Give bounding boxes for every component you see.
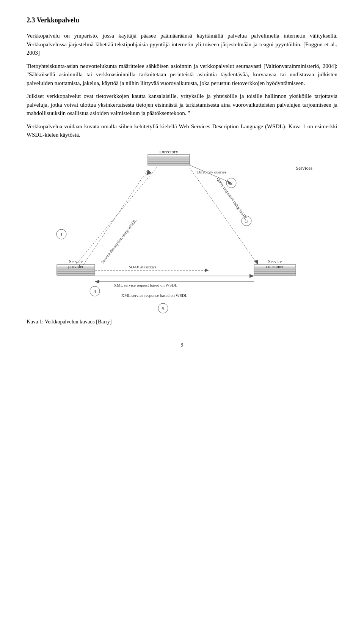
svg-marker-43: [249, 274, 254, 278]
figure-caption: Kuva 1: Verkkopalvelun kuvaus [Barry]: [27, 318, 337, 326]
svg-marker-31: [144, 169, 152, 175]
svg-rect-17: [254, 274, 296, 275]
svg-rect-15: [254, 269, 296, 271]
paragraph-4: Verkkopalvelua voidaan kuvata omalla sii…: [27, 122, 337, 139]
svg-text:Directory queries: Directory queries: [197, 170, 226, 174]
svg-text:XML service request based on W: XML service request based on WSDL: [114, 283, 177, 287]
svg-marker-40: [205, 268, 209, 272]
svg-text:Directory: Directory: [159, 151, 178, 154]
svg-text:Service: Service: [268, 259, 282, 264]
svg-rect-9: [57, 271, 95, 274]
page-number: 9: [27, 341, 337, 349]
svg-text:1: 1: [60, 232, 63, 237]
paragraph-1: Verkkopalvelu on ympäristö, jossa käyttä…: [27, 32, 337, 57]
svg-marker-37: [254, 260, 258, 265]
svg-text:Service description using WSDL: Service description using WSDL: [100, 218, 138, 264]
svg-text:SOAP Messages: SOAP Messages: [129, 265, 156, 269]
svg-text:Services: Services: [296, 165, 312, 171]
svg-text:XML service response based on : XML service response based on WSDL: [121, 293, 188, 298]
paragraph-3: Julkiset verkkopalvelut ovat tietoverkko…: [27, 92, 337, 118]
svg-line-30: [83, 170, 148, 265]
svg-rect-16: [254, 271, 296, 274]
svg-rect-4: [148, 164, 190, 165]
svg-marker-46: [95, 280, 99, 284]
svg-text:5: 5: [162, 306, 165, 311]
paragraph-2: Tietoyhteiskunta-asian neuvottelukunta m…: [27, 62, 337, 88]
svg-rect-3: [148, 161, 190, 164]
section-heading: 2.3 Verkkopalvelu: [27, 15, 337, 25]
svg-text:consumer: consumer: [266, 264, 284, 269]
svg-text:4: 4: [94, 288, 96, 294]
svg-rect-10: [57, 274, 95, 275]
svg-rect-2: [148, 159, 190, 161]
svg-rect-1: [148, 157, 190, 159]
svg-text:provider: provider: [68, 264, 84, 269]
svg-rect-8: [57, 269, 95, 271]
svg-text:Service: Service: [69, 259, 83, 264]
diagram: Directory Service provider Service consu…: [46, 151, 318, 314]
